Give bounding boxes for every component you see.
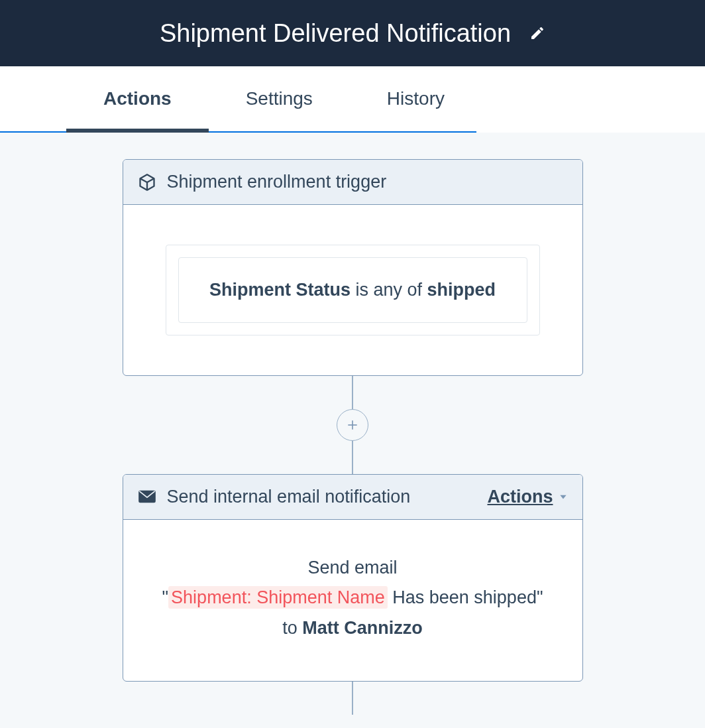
quote-open: " (162, 587, 169, 607)
trigger-title: Shipment enrollment trigger (167, 172, 568, 192)
cube-icon (138, 173, 156, 192)
tab-label: History (387, 88, 445, 109)
edit-icon[interactable] (529, 25, 545, 41)
workflow-canvas: Shipment enrollment trigger Shipment Sta… (0, 133, 705, 715)
email-recipient: Matt Cannizzo (302, 618, 423, 638)
connector-line (352, 441, 353, 474)
actions-label: Actions (487, 487, 553, 507)
email-card-header: Send internal email notification Actions (123, 475, 582, 520)
condition-field: Shipment Status (209, 280, 351, 300)
tabs: Actions Settings History (0, 66, 705, 133)
tab-label: Settings (246, 88, 313, 109)
trigger-card[interactable]: Shipment enrollment trigger Shipment Sta… (123, 159, 583, 376)
page-title: Shipment Delivered Notification (160, 19, 511, 48)
email-token: Shipment: Shipment Name (168, 586, 388, 609)
to-prefix: to (282, 618, 302, 638)
condition-value: shipped (427, 280, 496, 300)
tab-label: Actions (103, 88, 172, 109)
actions-dropdown[interactable]: Actions (487, 487, 567, 507)
email-action-card[interactable]: Send internal email notification Actions… (123, 474, 583, 682)
plus-icon (346, 418, 359, 432)
add-step-button[interactable] (337, 409, 368, 441)
tab-settings[interactable]: Settings (209, 66, 350, 131)
condition-group[interactable]: Shipment Status is any of shipped (166, 245, 540, 335)
email-subject-line: "Shipment: Shipment Name Has been shippe… (155, 583, 551, 613)
email-action-body: Send email "Shipment: Shipment Name Has … (123, 520, 582, 682)
mail-icon (138, 489, 156, 504)
email-line1: Send email (155, 553, 551, 583)
connector-line (352, 682, 353, 715)
connector-line (352, 376, 353, 409)
condition: Shipment Status is any of shipped (178, 257, 527, 323)
chevron-down-icon (559, 492, 568, 501)
trigger-card-header: Shipment enrollment trigger (123, 160, 582, 205)
tab-actions[interactable]: Actions (66, 66, 209, 131)
trigger-body: Shipment Status is any of shipped (123, 205, 582, 375)
condition-operator: is any of (351, 280, 427, 300)
email-recipient-line: to Matt Cannizzo (155, 613, 551, 644)
email-action-title: Send internal email notification (167, 487, 477, 507)
page-header: Shipment Delivered Notification (0, 0, 705, 66)
email-after-token: Has been shipped" (388, 587, 543, 607)
tab-history[interactable]: History (350, 66, 482, 131)
